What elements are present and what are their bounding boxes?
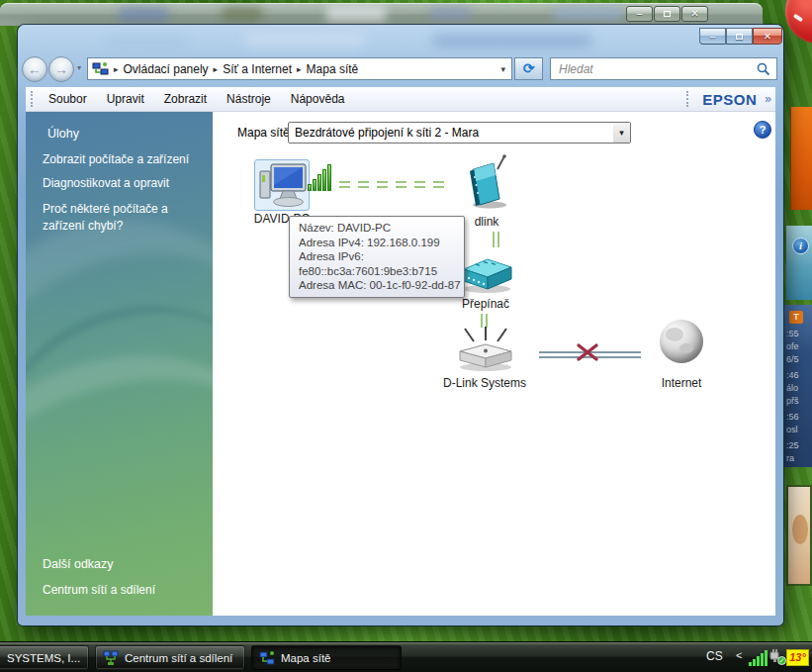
toolbar-overflow-icon[interactable]: » bbox=[765, 92, 771, 106]
sidebar-item-network-sharing-center[interactable]: Centrum sítí a sdílení bbox=[43, 583, 155, 597]
breadcrumb-separator-icon: ▸ bbox=[297, 64, 302, 74]
tooltip-ipv6-label: Adresa IPv6: bbox=[299, 249, 455, 264]
tray-expand-chevron[interactable]: < bbox=[736, 649, 742, 661]
blurred-content bbox=[430, 7, 470, 21]
news-line: :25 bbox=[786, 440, 812, 452]
switch-label: Přepínač bbox=[436, 297, 535, 311]
network-map-window: – ✕ ← → ▾ ▸ Ovládací panely ▸ Síť a Inte… bbox=[18, 25, 783, 625]
news-line: álo bbox=[786, 383, 812, 395]
maximize-icon bbox=[664, 11, 671, 17]
router-label: D-Link Systems bbox=[424, 376, 545, 390]
news-line: :46 bbox=[786, 370, 812, 382]
taskbar-button-label: Mapa sítě bbox=[281, 652, 331, 664]
menu-tools[interactable]: Nástroje bbox=[217, 88, 281, 110]
news-line: :55 bbox=[786, 329, 812, 340]
taskbar-button-label: Centrum sítí a sdílení bbox=[125, 652, 232, 664]
calendar-gadget[interactable] bbox=[790, 107, 812, 210]
connection-error-icon bbox=[574, 338, 601, 366]
news-line: přš bbox=[786, 396, 812, 408]
network-select-value: Bezdrátové připojení k síti 2 - Mara bbox=[289, 126, 613, 140]
taskbar-button-systems[interactable]: SYSTEMS, I... bbox=[0, 645, 89, 670]
network-map-icon bbox=[92, 61, 109, 77]
menu-bar: Soubor Upravit Zobrazit Nástroje Nápověd… bbox=[26, 87, 775, 112]
sidebar-item-diagnose-repair[interactable]: Diagnostikovat a opravit bbox=[43, 176, 169, 190]
toolbar-grip-icon bbox=[686, 91, 689, 107]
news-line: ra bbox=[786, 453, 812, 465]
background-window-titlebar[interactable]: – ✕ bbox=[0, 3, 763, 26]
internet-label: Internet bbox=[624, 376, 739, 390]
maximize-icon bbox=[736, 34, 743, 40]
address-bar[interactable]: ▸ Ovládací panely ▸ Síť a Internet ▸ Map… bbox=[87, 57, 512, 80]
bg-maximize-button[interactable] bbox=[654, 6, 680, 22]
wireless-signal-icon bbox=[308, 163, 335, 191]
search-input[interactable] bbox=[551, 59, 757, 78]
tooltip-ipv6-value: fe80::bc3a:7601:9be3:b715 bbox=[299, 264, 455, 279]
news-line: ofe bbox=[786, 341, 812, 353]
blurred-content bbox=[554, 7, 623, 21]
bg-close-button[interactable]: ✕ bbox=[681, 6, 708, 22]
device-info-tooltip: Název: DAVID-PC Adresa IPv4: 192.168.0.1… bbox=[289, 216, 465, 298]
access-point-icon[interactable] bbox=[462, 153, 513, 209]
back-button[interactable]: ← bbox=[22, 56, 47, 82]
news-feed-gadget[interactable]: T :55 ofe 6/5 :46 álo přš :56 osl :25 ra bbox=[784, 305, 812, 467]
news-line: :56 bbox=[786, 412, 812, 424]
epson-toolbar-logo[interactable]: EPSON bbox=[694, 91, 765, 108]
network-map-icon bbox=[259, 650, 275, 666]
nav-history-dropdown[interactable]: ▾ bbox=[77, 63, 81, 72]
menu-view[interactable]: Zobrazit bbox=[154, 88, 217, 110]
address-dropdown-icon[interactable]: ▾ bbox=[500, 64, 505, 74]
device-ok-check-icon: ✓ bbox=[777, 656, 786, 665]
menu-help[interactable]: Nápověda bbox=[281, 88, 355, 110]
sidebar-item-why-missing[interactable]: Proč některé počítače a zařízení chybí? bbox=[43, 201, 203, 235]
breadcrumb-control-panel[interactable]: Ovládací panely bbox=[124, 62, 209, 76]
tray-network-signal-icon[interactable] bbox=[749, 650, 768, 666]
blurred-content bbox=[223, 7, 262, 21]
blurred-content bbox=[119, 7, 168, 23]
forward-button[interactable]: → bbox=[48, 56, 74, 82]
news-line: osl bbox=[786, 425, 812, 436]
wired-connection-line bbox=[493, 232, 499, 247]
tooltip-name: Název: DAVID-PC bbox=[299, 221, 455, 236]
info-icon: i bbox=[792, 238, 809, 254]
help-button[interactable]: ? bbox=[754, 121, 771, 139]
photo-gadget[interactable] bbox=[786, 485, 812, 586]
desktop: – ✕ i T :55 ofe 6/5 :46 álo přš :56 osl … bbox=[0, 0, 812, 672]
maximize-button[interactable] bbox=[726, 28, 753, 45]
refresh-button[interactable]: ⟳ bbox=[514, 57, 543, 80]
language-indicator[interactable]: CS bbox=[706, 649, 723, 663]
taskbar-button-label: SYSTEMS, I... bbox=[7, 652, 80, 664]
menu-edit[interactable]: Upravit bbox=[97, 88, 154, 110]
temperature-gadget[interactable]: 13° bbox=[786, 649, 809, 666]
blurred-content bbox=[326, 5, 386, 23]
taskbar-button-network-map[interactable]: Mapa sítě bbox=[251, 645, 402, 670]
internet-globe-icon[interactable] bbox=[660, 320, 703, 363]
taskbar: SYSTEMS, I... Centrum sítí a sdílení Map… bbox=[0, 641, 812, 672]
bg-minimize-button[interactable]: – bbox=[626, 6, 653, 22]
breadcrumb-separator-icon: ▸ bbox=[214, 64, 219, 74]
network-select[interactable]: Bezdrátové připojení k síti 2 - Mara ▾ bbox=[288, 122, 631, 144]
info-gadget[interactable]: i bbox=[786, 226, 812, 300]
breadcrumb-network-internet[interactable]: Síť a Internet bbox=[223, 62, 292, 76]
sidebar-header-more-links: Další odkazy bbox=[43, 557, 114, 571]
tooltip-mac: Adresa MAC: 00-1c-f0-92-dd-87 bbox=[299, 278, 455, 293]
tooltip-ipv4: Adresa IPv4: 192.168.0.199 bbox=[299, 236, 455, 250]
chevron-down-icon: ▾ bbox=[613, 123, 630, 143]
search-box[interactable] bbox=[550, 57, 777, 80]
switch-icon[interactable] bbox=[456, 251, 517, 295]
map-label: Mapa sítě bbox=[237, 126, 290, 140]
breadcrumb-network-map[interactable]: Mapa sítě bbox=[307, 62, 359, 76]
feed-badge-icon: T bbox=[789, 311, 803, 324]
clock-gadget[interactable] bbox=[785, 0, 812, 44]
breadcrumb-separator-icon: ▸ bbox=[114, 64, 119, 74]
close-button[interactable]: ✕ bbox=[753, 28, 782, 45]
computer-icon[interactable] bbox=[258, 161, 308, 209]
menu-file[interactable]: Soubor bbox=[39, 88, 97, 110]
sidebar-item-view-computers[interactable]: Zobrazit počítače a zařízení bbox=[43, 152, 189, 166]
network-icon bbox=[103, 650, 119, 666]
taskbar-button-network-center[interactable]: Centrum sítí a sdílení bbox=[95, 645, 245, 670]
news-line: 6/5 bbox=[786, 354, 812, 366]
router-icon[interactable] bbox=[454, 326, 517, 373]
network-map-canvas: Mapa sítě Bezdrátové připojení k síti 2 … bbox=[213, 112, 775, 616]
minimize-button[interactable]: – bbox=[699, 28, 726, 45]
wireless-connection-line bbox=[339, 181, 444, 188]
